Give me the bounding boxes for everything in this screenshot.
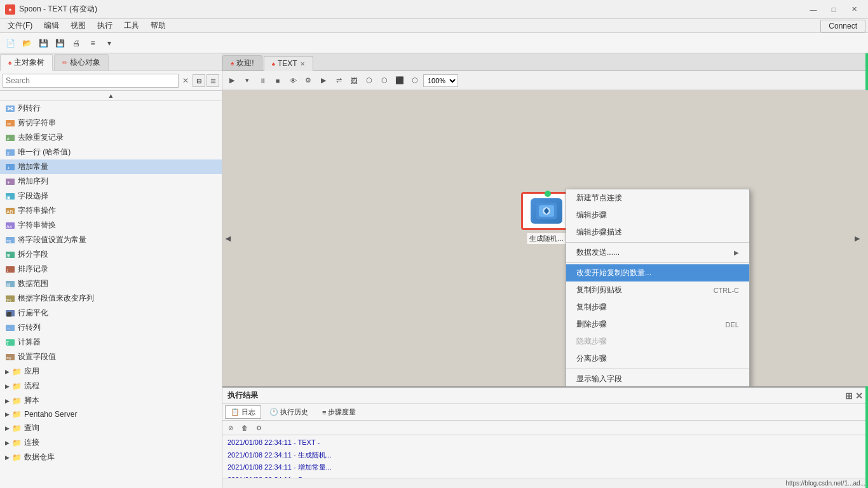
menu-file[interactable]: 文件(F) — [3, 19, 37, 32]
results-clear-button[interactable]: 🗑 — [239, 422, 250, 433]
text-tab-icon: ♠ — [272, 60, 275, 67]
ctx-shortcut-delete: DEL — [726, 321, 739, 329]
svg-text:∑: ∑ — [6, 341, 10, 346]
list-item[interactable]: ▣ 字段选择 — [0, 189, 222, 203]
list-item[interactable]: ↕ 排序记录 — [0, 262, 222, 276]
svg-text:≠: ≠ — [7, 137, 10, 141]
results-tab-metrics[interactable]: ≡ 步骤度量 — [316, 405, 362, 419]
results-settings-button[interactable]: ⚙ — [253, 422, 264, 433]
toolbar-layers[interactable]: ≡ — [85, 36, 100, 51]
toolbar-new[interactable]: 📄 — [3, 36, 18, 51]
canvas-scroll-right[interactable]: ► — [853, 233, 862, 243]
results-maximize-button[interactable]: ⊞ — [845, 391, 853, 401]
list-item[interactable]: ▤ 数据范围 — [0, 276, 222, 291]
results-stop-button[interactable]: ⊘ — [225, 422, 236, 433]
ctx-copy-clipboard[interactable]: 复制到剪贴板 CTRL-C — [566, 281, 749, 299]
run-button[interactable]: ▶ — [225, 74, 239, 88]
svg-text:Aa: Aa — [6, 224, 12, 229]
connect-button[interactable]: Connect — [820, 20, 865, 32]
results-tab-history[interactable]: 🕐 执行历史 — [264, 405, 314, 419]
list-item[interactable]: ✂ 剪切字符串 — [0, 116, 222, 130]
list-item[interactable]: f(x) 根据字段值来改变序列 — [0, 291, 222, 306]
toolbar-open[interactable]: 📂 — [19, 36, 34, 51]
toolbar-dropdown[interactable]: ▾ — [102, 36, 117, 51]
check-button[interactable]: ⇌ — [332, 74, 346, 88]
pause-button[interactable]: ⏸ — [255, 74, 269, 88]
list-item[interactable]: + 增加序列 — [0, 174, 222, 189]
maximize-button[interactable]: □ — [825, 3, 843, 16]
ctx-sep-1 — [566, 242, 749, 243]
minimize-button[interactable]: — — [804, 3, 822, 16]
list-item[interactable]: ≠ 去除重复记录 — [0, 130, 222, 145]
list-item[interactable]: =v 设置字段值 — [0, 349, 222, 364]
list-item-folder[interactable]: ▶ 📁 查询 — [0, 421, 222, 435]
ctx-new-connection[interactable]: 新建节点连接 — [566, 189, 749, 207]
save-img-button[interactable]: 🖼 — [347, 74, 361, 88]
list-item[interactable]: → 行转列 — [0, 320, 222, 335]
list-item-folder[interactable]: ▶ 📁 应用 — [0, 364, 222, 379]
stop-button[interactable]: ■ — [271, 74, 285, 88]
zoom-select[interactable]: 100% 75% 50% 125% — [423, 74, 458, 87]
tab-main-objects[interactable]: ♠ 主对象树 — [0, 54, 53, 71]
close-button[interactable]: ✕ — [845, 3, 863, 16]
preview-button[interactable]: 👁 — [286, 74, 300, 88]
list-item[interactable]: =c 将字段值设置为常量 — [0, 233, 222, 247]
ctx-data-send[interactable]: 数据发送...... ▶ — [566, 244, 749, 261]
menu-tools[interactable]: 工具 — [119, 19, 144, 32]
title-bar-left: ♠ Spoon - TEXT (有变动) — [5, 4, 97, 15]
search-expand-button[interactable]: ☰ — [207, 74, 219, 87]
left-panel: ♠ 主对象树 ✏ 核心对象 ✕ ⊟ ☰ ▲ 列转行 — [0, 53, 222, 488]
list-item[interactable]: ∑ 计算器 — [0, 335, 222, 349]
tab-core-objects[interactable]: ✏ 核心对象 — [54, 54, 109, 71]
toolbar-print[interactable]: 🖨 — [69, 36, 84, 51]
results-tab-log[interactable]: 📋 日志 — [225, 405, 261, 419]
toolbar-save[interactable]: 💾 — [36, 36, 51, 51]
list-item[interactable]: ⬛ 行扁平化 — [0, 306, 222, 320]
db-connect-button[interactable]: ⬡ — [362, 74, 376, 88]
ctx-change-copies[interactable]: 改变开始复制的数量... — [566, 264, 749, 281]
list-item-folder[interactable]: ▶ 📁 数据仓库 — [0, 450, 222, 464]
ctx-copy-step[interactable]: 复制步骤 — [566, 299, 749, 316]
canvas-area[interactable]: ◄ ► — [222, 90, 868, 386]
canvas-results-wrapper: ◄ ► — [222, 90, 868, 488]
search-clear-button[interactable]: ✕ — [181, 75, 190, 86]
list-item-folder[interactable]: ▶ 📁 脚本 — [0, 393, 222, 408]
tab-welcome[interactable]: ♠ 欢迎! — [222, 55, 262, 71]
menu-view[interactable]: 视图 — [65, 19, 91, 32]
run-dropdown[interactable]: ▾ — [240, 74, 254, 88]
list-item-folder[interactable]: ▶ 📁 Pentaho Server — [0, 408, 222, 421]
spoon-button[interactable]: ⬡ — [377, 74, 391, 88]
ctx-delete-step[interactable]: 删除步骤 DEL — [566, 316, 749, 333]
list-item[interactable]: 列转行 — [0, 101, 222, 116]
ctx-edit-step[interactable]: 编辑步骤 — [566, 207, 749, 224]
ctx-sep-2 — [566, 262, 749, 263]
transform-node[interactable]: 生成随机... — [521, 192, 572, 230]
menu-edit[interactable]: 编辑 — [39, 19, 64, 32]
search-collapse-button[interactable]: ⊟ — [193, 74, 205, 87]
settings-button[interactable]: ⚙ — [301, 74, 315, 88]
list-item-selected[interactable]: + 增加常量 — [0, 159, 222, 174]
run-options-button[interactable]: ▶ — [316, 74, 330, 88]
ctx-edit-description[interactable]: 编辑步骤描述 — [566, 224, 749, 241]
list-item[interactable]: ⊞ 拆分字段 — [0, 247, 222, 262]
results-close-button[interactable]: ✕ — [855, 391, 863, 401]
grid-button[interactable]: ⬡ — [408, 74, 422, 88]
list-item[interactable]: # 唯一行 (哈希值) — [0, 145, 222, 159]
menu-help[interactable]: 帮助 — [146, 19, 171, 32]
log-line: 2021/01/08 22:34:11 - 增加常量... — [227, 461, 863, 474]
ctx-show-input[interactable]: 显示输入字段 — [566, 370, 749, 386]
list-item[interactable]: Aa 字符串替换 — [0, 218, 222, 233]
ctx-detach-step[interactable]: 分离步骤 — [566, 350, 749, 367]
list-item-folder[interactable]: ▶ 📁 连接 — [0, 435, 222, 450]
canvas-scroll-left[interactable]: ◄ — [224, 233, 233, 243]
tab-text[interactable]: ♠ TEXT ✕ — [264, 56, 313, 71]
list-item-folder[interactable]: ▶ 📁 流程 — [0, 379, 222, 393]
list-item[interactable]: AB 字符串操作 — [0, 203, 222, 218]
menu-run[interactable]: 执行 — [92, 19, 118, 32]
search-input[interactable] — [3, 74, 179, 88]
toolbar-saveas[interactable]: 💾 — [52, 36, 67, 51]
text-tab-close[interactable]: ✕ — [300, 60, 305, 67]
transform-icon: =v — [5, 353, 15, 362]
scroll-up-button[interactable]: ▲ — [108, 92, 114, 99]
fullscreen-button[interactable]: ⬛ — [393, 74, 407, 88]
